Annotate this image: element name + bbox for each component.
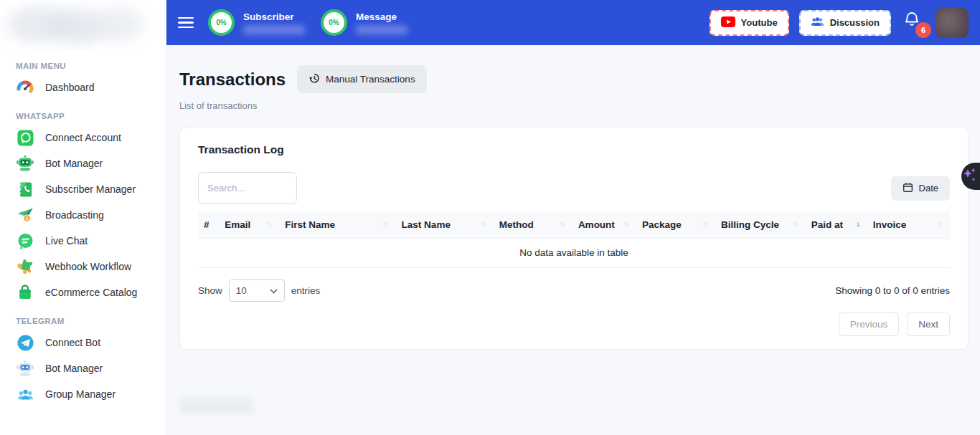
sidebar-item-connect-bot[interactable]: Connect Bot: [0, 330, 166, 355]
transactions-table: # Email↑↓ First Name↑↓ Last Name↑↓ Metho…: [198, 211, 950, 268]
sort-icon: ↑↓: [383, 219, 390, 229]
sort-icon: ↑↓: [266, 219, 273, 229]
section-header-whatsapp: WHATSAPP: [16, 112, 166, 120]
subscriber-stat: 0% Subscriber: [208, 9, 305, 36]
entries-label: entries: [291, 285, 321, 296]
sidebar-item-label: Group Manager: [45, 388, 116, 400]
sort-icon: ↑↓: [481, 219, 488, 229]
manual-transactions-button[interactable]: Manual Transactions: [297, 65, 427, 93]
sidebar-item-label: eCommerce Catalog: [45, 287, 137, 298]
youtube-icon: [721, 16, 735, 29]
menu-toggle-button[interactable]: [178, 17, 194, 29]
discussion-button[interactable]: Discussion: [799, 10, 891, 36]
sidebar-item-group-manager[interactable]: Group Manager: [0, 381, 166, 407]
main-content: Transactions Manual Transactions List of…: [166, 45, 980, 435]
message-stat-label: Message: [356, 11, 407, 22]
sort-icon: ↑↓: [560, 219, 567, 229]
next-page-button[interactable]: Next: [907, 312, 950, 336]
sparkles-icon: [961, 166, 979, 187]
group-icon: [16, 385, 34, 403]
empty-table-message: No data available in table: [198, 239, 950, 268]
puzzle-icon: [16, 257, 34, 276]
history-icon: [308, 72, 320, 86]
previous-page-button[interactable]: Previous: [839, 312, 900, 336]
message-progress-ring: 0%: [321, 9, 347, 36]
ai-assistant-button[interactable]: [961, 163, 980, 190]
sidebar-item-label: Live Chat: [45, 235, 88, 247]
calendar-icon: [903, 182, 913, 195]
sidebar-item-label: Subscriber Manager: [45, 183, 136, 195]
svg-text:1: 1: [26, 215, 29, 221]
discussion-icon: [811, 16, 824, 29]
col-amount[interactable]: Amount↑↓: [573, 211, 636, 239]
sidebar-item-label: Connect Bot: [45, 337, 100, 348]
col-package[interactable]: Package↑↓: [636, 211, 715, 239]
col-paid-at[interactable]: Paid at↑↓: [806, 211, 867, 239]
avatar[interactable]: [936, 8, 969, 38]
sort-icon: ↑↓: [623, 219, 631, 229]
youtube-button[interactable]: Youtube: [710, 10, 789, 36]
col-last-name[interactable]: Last Name↑↓: [396, 211, 494, 239]
showing-entries-text: Showing 0 to 0 of 0 entries: [835, 285, 950, 296]
date-filter-button[interactable]: Date: [891, 176, 950, 201]
col-first-name[interactable]: First Name↑↓: [279, 211, 395, 239]
section-header-telegram: TELEGRAM: [16, 317, 166, 325]
contacts-book-icon: [16, 180, 34, 199]
subscriber-stat-label: Subscriber: [243, 11, 305, 22]
notification-count-badge: 6: [915, 22, 931, 38]
search-input[interactable]: [198, 172, 297, 204]
whatsapp-icon: [16, 128, 34, 147]
page-subtitle: List of transactions: [179, 100, 969, 111]
sidebar-item-bot-manager-whatsapp[interactable]: Bot Manager: [0, 150, 166, 176]
sort-icon: ↑↓: [937, 219, 944, 229]
footer-text-redacted: [179, 397, 254, 414]
col-method[interactable]: Method↑↓: [494, 211, 573, 239]
manual-transactions-label: Manual Transactions: [326, 74, 415, 85]
sidebar-item-label: Connect Account: [45, 132, 121, 143]
sidebar-item-live-chat[interactable]: Live Chat: [0, 228, 166, 254]
discussion-button-label: Discussion: [830, 17, 880, 28]
shopping-bag-icon: [16, 283, 34, 302]
col-index: #: [198, 211, 219, 239]
page-title: Transactions: [179, 70, 286, 90]
sidebar-item-label: Webhook Workflow: [45, 261, 131, 272]
sidebar-item-broadcasting[interactable]: 1 Broadcasting: [0, 202, 166, 228]
telegram-icon: [16, 333, 34, 352]
message-value-redacted: [356, 25, 407, 34]
sidebar-item-bot-manager-telegram[interactable]: Bot Manager: [0, 355, 166, 381]
sidebar: MAIN MENU Dashboard WHATSAPP Connect Acc…: [0, 0, 166, 435]
col-billing-cycle[interactable]: Billing Cycle↑↓: [715, 211, 806, 239]
sort-icon: ↑↓: [793, 219, 800, 229]
page-size-select[interactable]: 10: [229, 279, 285, 302]
show-label: Show: [198, 285, 222, 296]
chat-bubble-icon: [16, 231, 34, 250]
page-size-value: 10: [236, 285, 247, 296]
notifications-button[interactable]: 6: [904, 11, 925, 35]
logo-blurred: [0, 0, 166, 50]
sort-icon: ↑↓: [702, 219, 710, 229]
robot-icon: [16, 359, 34, 378]
subscriber-value-redacted: [243, 25, 305, 34]
section-header-main-menu: MAIN MENU: [16, 62, 166, 70]
date-button-label: Date: [919, 183, 938, 193]
dashboard-gauge-icon: [16, 78, 34, 97]
sort-icon-active: ↑↓: [854, 219, 862, 229]
sidebar-item-label: Dashboard: [45, 82, 95, 93]
sidebar-item-label: Bot Manager: [45, 158, 103, 169]
sidebar-item-subscriber-manager[interactable]: Subscriber Manager: [0, 176, 166, 202]
chevron-down-icon: [270, 285, 278, 296]
sidebar-item-label: Bot Manager: [45, 363, 103, 374]
col-invoice[interactable]: Invoice↑↓: [867, 211, 950, 239]
topbar: 0% Subscriber 0% Message Youtube: [166, 0, 980, 45]
robot-icon: [16, 154, 34, 173]
paper-plane-icon: 1: [16, 206, 34, 224]
card-title: Transaction Log: [198, 143, 950, 156]
message-stat: 0% Message: [321, 9, 407, 36]
youtube-button-label: Youtube: [741, 17, 778, 28]
sidebar-item-ecommerce-catalog[interactable]: eCommerce Catalog: [0, 279, 166, 305]
col-email[interactable]: Email↑↓: [219, 211, 279, 239]
transaction-log-card: Transaction Log Date: [179, 127, 969, 350]
sidebar-item-connect-account[interactable]: Connect Account: [0, 125, 166, 150]
sidebar-item-dashboard[interactable]: Dashboard: [0, 75, 166, 100]
sidebar-item-webhook-workflow[interactable]: Webhook Workflow: [0, 254, 166, 279]
